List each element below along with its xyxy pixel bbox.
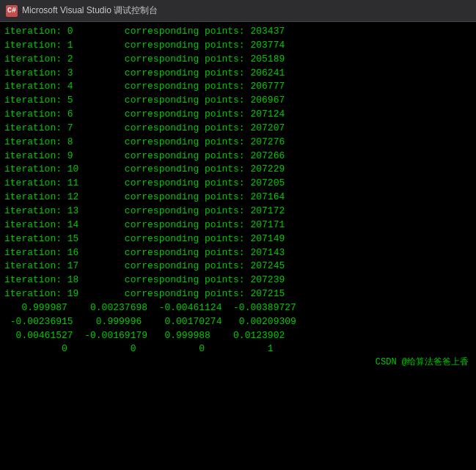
- iteration-line: iteration: 16 corresponding points: 2071…: [4, 246, 472, 260]
- matrix-line: -0.00236915 0.999996 0.00170274 0.002093…: [4, 315, 472, 329]
- iteration-line: iteration: 7 corresponding points: 20720…: [4, 122, 472, 136]
- watermark: CSDN @给算法爸爸上香: [4, 356, 472, 369]
- icon-text: C#: [7, 7, 16, 15]
- title-bar-title: Microsoft Visual Studio 调试控制台: [22, 4, 158, 17]
- matrix-line: 0 0 0 1: [4, 342, 472, 356]
- iteration-line: iteration: 14 corresponding points: 2071…: [4, 219, 472, 232]
- iteration-line: iteration: 18 corresponding points: 2072…: [4, 273, 472, 287]
- iteration-line: iteration: 4 corresponding points: 20677…: [4, 80, 472, 94]
- iteration-line: iteration: 11 corresponding points: 2072…: [4, 177, 472, 191]
- iteration-line: iteration: 5 corresponding points: 20696…: [4, 94, 472, 108]
- iteration-line: iteration: 1 corresponding points: 20377…: [4, 39, 472, 53]
- iteration-line: iteration: 9 corresponding points: 20726…: [4, 150, 472, 164]
- iteration-line: iteration: 6 corresponding points: 20712…: [4, 108, 472, 122]
- iteration-line: iteration: 19 corresponding points: 2072…: [4, 287, 472, 301]
- iteration-line: iteration: 13 corresponding points: 2071…: [4, 205, 472, 219]
- iteration-line: iteration: 8 corresponding points: 20727…: [4, 136, 472, 150]
- matrix-line: 0.00461527 -0.00169179 0.999988 0.012390…: [4, 329, 472, 343]
- iteration-line: iteration: 3 corresponding points: 20624…: [4, 67, 472, 81]
- iteration-line: iteration: 10 corresponding points: 2072…: [4, 163, 472, 177]
- iteration-line: iteration: 12 corresponding points: 2071…: [4, 191, 472, 205]
- iteration-line: iteration: 2 corresponding points: 20518…: [4, 53, 472, 67]
- title-bar: C# Microsoft Visual Studio 调试控制台: [0, 0, 476, 22]
- iteration-line: iteration: 15 corresponding points: 2071…: [4, 232, 472, 246]
- iteration-line: iteration: 17 corresponding points: 2072…: [4, 260, 472, 273]
- matrix-line: 0.999987 0.00237698 -0.00461124 -0.00389…: [4, 301, 472, 315]
- app-icon: C#: [6, 5, 18, 17]
- iteration-line: iteration: 0 corresponding points: 20343…: [4, 25, 472, 39]
- console-output: iteration: 0 corresponding points: 20343…: [0, 22, 476, 470]
